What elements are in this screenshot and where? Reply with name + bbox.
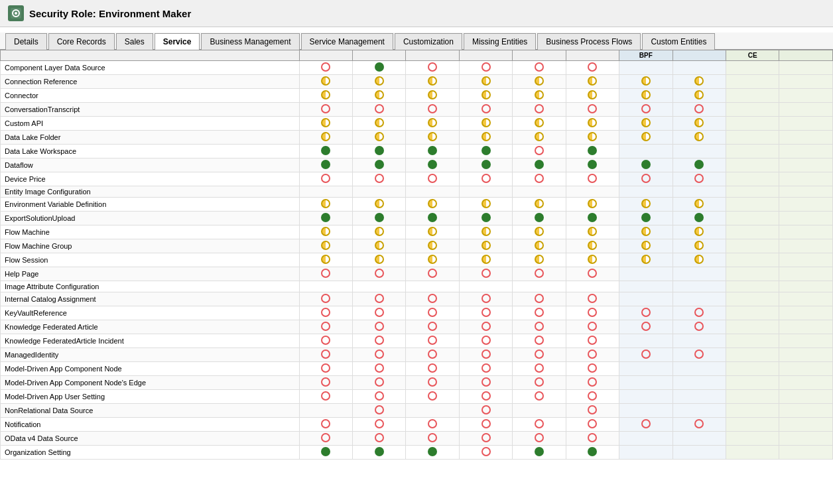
permission-cell[interactable] (566, 390, 619, 404)
permission-cell[interactable] (673, 362, 726, 376)
permission-cell[interactable] (673, 267, 726, 281)
permission-cell[interactable] (619, 131, 673, 145)
permission-cell[interactable] (619, 292, 673, 306)
permission-cell[interactable] (619, 376, 673, 390)
permission-cell[interactable] (513, 320, 566, 334)
permission-cell[interactable] (459, 131, 512, 145)
permission-cell[interactable] (566, 239, 619, 253)
permission-cell[interactable] (673, 432, 726, 446)
permission-cell[interactable] (673, 348, 726, 362)
permission-cell[interactable] (673, 198, 726, 212)
permission-cell[interactable] (299, 89, 352, 103)
permission-cell[interactable] (513, 131, 566, 145)
permission-cell[interactable] (459, 446, 512, 460)
permission-cell[interactable] (459, 75, 512, 89)
permission-cell[interactable] (352, 404, 405, 418)
permission-cell[interactable] (459, 253, 512, 267)
permission-cell[interactable] (352, 376, 405, 390)
permission-cell-empty[interactable] (726, 253, 779, 267)
permission-cell-empty[interactable] (726, 267, 779, 281)
permission-cell[interactable] (459, 348, 512, 362)
permission-cell[interactable] (299, 348, 352, 362)
permission-cell[interactable] (513, 61, 566, 75)
permission-cell[interactable] (619, 267, 673, 281)
permission-cell[interactable] (619, 212, 673, 225)
permission-cell-empty[interactable] (779, 446, 833, 460)
permission-cell[interactable] (619, 172, 673, 186)
permission-cell-empty[interactable] (779, 253, 833, 267)
permission-cell-empty[interactable] (779, 320, 833, 334)
permission-cell[interactable] (566, 131, 619, 145)
permission-cell-empty[interactable] (726, 158, 779, 172)
permission-cell[interactable] (459, 404, 512, 418)
permission-cell[interactable] (513, 212, 566, 225)
permission-cell-empty[interactable] (726, 306, 779, 320)
permission-cell[interactable] (673, 292, 726, 306)
permission-cell-empty[interactable] (779, 281, 833, 292)
permission-cell[interactable] (459, 158, 512, 172)
permission-cell[interactable] (299, 117, 352, 131)
permission-cell[interactable] (619, 75, 673, 89)
permission-cell[interactable] (406, 334, 459, 348)
permission-cell[interactable] (513, 334, 566, 348)
permission-cell[interactable] (406, 320, 459, 334)
permission-cell[interactable] (459, 267, 512, 281)
permission-cell[interactable] (299, 267, 352, 281)
permission-cell[interactable] (299, 158, 352, 172)
permission-cell[interactable] (406, 432, 459, 446)
permission-cell[interactable] (513, 348, 566, 362)
permission-cell[interactable] (619, 404, 673, 418)
permission-cell[interactable] (673, 281, 726, 292)
permission-cell-empty[interactable] (726, 212, 779, 225)
permission-cell[interactable] (566, 117, 619, 131)
permission-cell[interactable] (673, 320, 726, 334)
permission-cell[interactable] (459, 103, 512, 117)
permission-cell[interactable] (406, 103, 459, 117)
permission-cell[interactable] (513, 432, 566, 446)
permission-cell-empty[interactable] (779, 348, 833, 362)
permission-cell[interactable] (459, 239, 512, 253)
permission-cell[interactable] (566, 225, 619, 239)
permission-cell-empty[interactable] (779, 89, 833, 103)
permission-cell[interactable] (352, 103, 405, 117)
permission-cell[interactable] (566, 320, 619, 334)
permission-cell-empty[interactable] (779, 334, 833, 348)
permission-cell-empty[interactable] (726, 292, 779, 306)
permission-cell[interactable] (566, 145, 619, 158)
permission-cell[interactable] (299, 225, 352, 239)
permission-cell[interactable] (352, 253, 405, 267)
permission-cell[interactable] (673, 158, 726, 172)
permission-cell-empty[interactable] (726, 281, 779, 292)
permission-cell-empty[interactable] (779, 376, 833, 390)
tab-sales[interactable]: Sales (116, 33, 153, 50)
permission-cell[interactable] (673, 131, 726, 145)
permission-cell[interactable] (513, 390, 566, 404)
permission-cell[interactable] (566, 253, 619, 267)
permission-cell-empty[interactable] (726, 75, 779, 89)
permission-cell[interactable] (406, 446, 459, 460)
permission-cell-empty[interactable] (779, 103, 833, 117)
permission-cell-empty[interactable] (726, 362, 779, 376)
permission-cell[interactable] (406, 89, 459, 103)
permission-cell[interactable] (459, 306, 512, 320)
permission-cell[interactable] (566, 306, 619, 320)
permission-cell[interactable] (566, 61, 619, 75)
permission-cell[interactable] (673, 418, 726, 432)
tab-core-records[interactable]: Core Records (48, 33, 115, 50)
permission-cell[interactable] (619, 89, 673, 103)
permission-cell[interactable] (299, 292, 352, 306)
permission-cell[interactable] (513, 404, 566, 418)
permission-cell-empty[interactable] (779, 239, 833, 253)
permission-cell[interactable] (566, 75, 619, 89)
permission-cell[interactable] (406, 348, 459, 362)
permission-cell[interactable] (352, 390, 405, 404)
permission-cell[interactable] (459, 89, 512, 103)
permission-cell[interactable] (673, 89, 726, 103)
permission-cell[interactable] (406, 239, 459, 253)
permission-cell-empty[interactable] (726, 348, 779, 362)
permission-cell[interactable] (673, 334, 726, 348)
permission-cell[interactable] (619, 253, 673, 267)
permission-cell[interactable] (459, 334, 512, 348)
permission-cell[interactable] (352, 281, 405, 292)
permission-cell[interactable] (619, 145, 673, 158)
